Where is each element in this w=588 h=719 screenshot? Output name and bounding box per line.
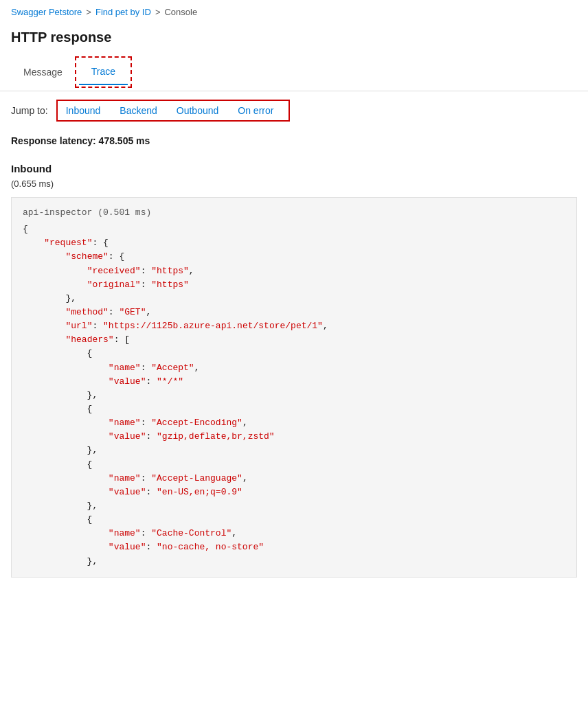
jump-links-box: Inbound Backend Outbound On error [56,100,291,122]
tab-trace-outline: Trace [75,56,132,88]
code-line-18: "name": "Accept-Language", [23,472,565,486]
code-line-13: { [23,402,565,416]
code-line-8: "headers": [ [23,333,565,347]
code-line-17: { [23,458,565,472]
section-inbound-timing: (0.655 ms) [0,177,588,194]
code-line-1: "request": { [23,236,565,250]
jump-outbound[interactable]: Outbound [167,104,229,117]
jump-to-label: Jump to: [11,105,48,116]
code-line-15: "value": "gzip,deflate,br,zstd" [23,430,565,444]
code-line-11: "value": "*/*" [23,375,565,389]
page-title: HTTP response [0,24,588,54]
section-inbound-title: Inbound [0,157,588,177]
code-line-14: "name": "Accept-Encoding", [23,416,565,430]
breadcrumb-sep-1: > [86,7,91,17]
tab-trace[interactable]: Trace [79,59,128,85]
breadcrumb-sep-2: > [155,7,161,17]
response-latency: Response latency: 478.505 ms [0,130,588,157]
code-line-6: "method": "GET", [23,306,565,319]
breadcrumb: Swagger Petstore > Find pet by ID > Cons… [0,0,588,24]
code-line-0: { [23,222,565,236]
code-line-22: "name": "Cache-Control", [23,527,565,540]
code-line-9: { [23,347,565,361]
breadcrumb-current: Console [164,7,197,17]
tabs-row: Message Trace [0,54,588,91]
code-line-19: "value": "en-US,en;q=0.9" [23,486,565,499]
jump-to-row: Jump to: Inbound Backend Outbound On err… [0,91,588,130]
code-line-2: "scheme": { [23,250,565,264]
code-line-24: }, [23,555,565,569]
code-line-16: }, [23,444,565,457]
code-line-7: "url": "https://1125b.azure-api.net/stor… [23,319,565,333]
code-line-12: }, [23,389,565,402]
tab-message[interactable]: Message [11,54,75,91]
code-line-5: }, [23,292,565,306]
code-line-4: "original": "https" [23,278,565,292]
inspector-header: api-inspector (0.501 ms) [23,206,565,220]
jump-backend[interactable]: Backend [110,104,166,117]
code-block-inbound: api-inspector (0.501 ms) { "request": { … [11,197,577,578]
breadcrumb-swagger[interactable]: Swagger Petstore [11,7,82,17]
jump-onerror[interactable]: On error [228,104,283,117]
jump-inbound[interactable]: Inbound [63,104,111,117]
code-line-20: }, [23,499,565,513]
code-line-21: { [23,513,565,527]
breadcrumb-find-pet[interactable]: Find pet by ID [95,7,151,17]
code-line-10: "name": "Accept", [23,361,565,375]
code-line-3: "received": "https", [23,264,565,278]
code-line-23: "value": "no-cache, no-store" [23,540,565,554]
